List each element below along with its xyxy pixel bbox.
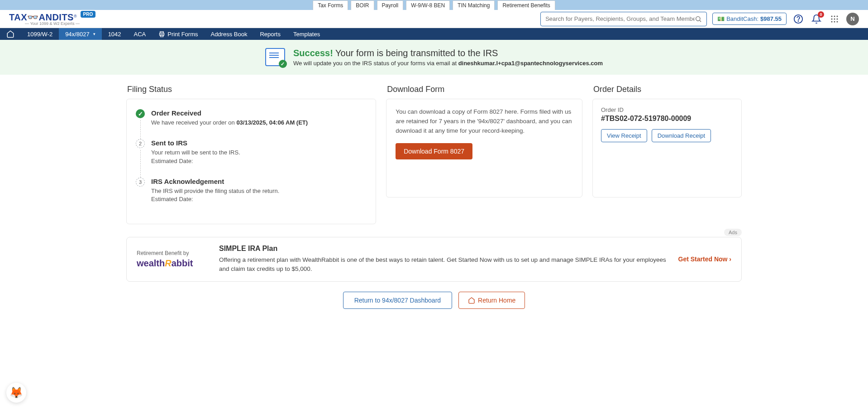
download-form-card: You can download a copy of Form 8027 her…: [386, 99, 582, 197]
step-3-text: The IRS will provide the filing status o…: [151, 187, 279, 196]
success-banner: Success! Your form is being transmitted …: [0, 40, 868, 75]
step-2-text: Your return will be sent to the IRS.: [151, 149, 240, 157]
download-form-8027-button[interactable]: Download Form 8027: [396, 143, 472, 159]
nav-aca[interactable]: ACA: [128, 28, 153, 40]
search-box[interactable]: [540, 12, 707, 26]
ads-badge: Ads: [724, 229, 742, 236]
nav-home-icon[interactable]: [0, 28, 21, 40]
top-tab-w9[interactable]: W-9/W-8 BEN: [406, 0, 450, 10]
ad-get-started-link[interactable]: Get Started Now: [678, 255, 731, 263]
logo-pro-badge: PRO: [81, 11, 96, 18]
svg-point-11: [834, 21, 835, 22]
nav-1042[interactable]: 1042: [102, 28, 128, 40]
notif-badge: 0: [818, 11, 824, 18]
svg-point-7: [831, 18, 833, 19]
svg-line-1: [700, 20, 701, 22]
view-receipt-button[interactable]: View Receipt: [601, 129, 647, 142]
top-tabs-strip: Tax Forms BOIR Payroll W-9/W-8 BEN TIN M…: [0, 0, 868, 10]
top-tab-tin[interactable]: TIN Matching: [453, 0, 495, 10]
svg-point-12: [837, 21, 838, 22]
step-1-text: We have received your order on 03/13/202…: [151, 119, 308, 127]
nav-address-book[interactable]: Address Book: [204, 28, 253, 40]
download-form-title: Download Form: [387, 85, 582, 94]
order-details-card: Order ID #TBS02-072-519780-00009 View Re…: [592, 99, 742, 197]
printer-icon: [158, 31, 165, 38]
step-check-icon: ✓: [136, 109, 145, 118]
svg-point-6: [837, 15, 838, 17]
return-home-button[interactable]: Return Home: [458, 292, 525, 309]
step-3-num: 3: [136, 178, 145, 187]
return-dashboard-button[interactable]: Return to 94x/8027 Dashboard: [343, 292, 452, 309]
order-details-title: Order Details: [593, 85, 742, 94]
ad-retirement-by: Retirement Benefit by: [137, 250, 209, 256]
success-sub: We will update you on the IRS status of …: [293, 60, 603, 67]
download-text: You can download a copy of Form 8027 her…: [396, 107, 573, 136]
step-3-title: IRS Acknowledgement: [151, 178, 279, 185]
nav-reports[interactable]: Reports: [253, 28, 287, 40]
logo-reg: ®: [74, 14, 77, 19]
search-input[interactable]: [545, 15, 695, 22]
logo-glasses-icon: 👓: [27, 12, 39, 22]
top-tab-retirement[interactable]: Retirement Benefits: [497, 0, 555, 10]
step-irs-ack: 3 IRS Acknowledgement The IRS will provi…: [136, 176, 367, 214]
order-id-value: #TBS02-072-519780-00009: [601, 115, 733, 123]
step-order-received: ✓ Order Received We have received your o…: [136, 107, 367, 137]
success-headline: Success! Your form is being transmitted …: [293, 48, 603, 58]
order-id-label: Order ID: [601, 106, 733, 113]
step-2-num: 2: [136, 139, 145, 148]
svg-point-3: [798, 21, 798, 21]
search-icon[interactable]: [695, 15, 702, 23]
nav-94x8027[interactable]: 94x/8027: [59, 28, 102, 40]
dollar-icon: 💵: [717, 15, 725, 22]
nav-print-label: Print Forms: [167, 31, 198, 38]
ad-banner: Retirement Benefit by wealthRabbit SIMPL…: [126, 237, 742, 282]
success-form-icon: [265, 48, 285, 66]
logo-text-1: TAX: [9, 12, 27, 22]
top-tab-payroll[interactable]: Payroll: [377, 0, 404, 10]
nav-print-forms[interactable]: Print Forms: [152, 28, 204, 40]
filing-status-title: Filing Status: [127, 85, 376, 94]
logo[interactable]: TAX👓ANDITS® PRO — Your 1099 & W2 Experts…: [9, 12, 95, 26]
step-3-extra: Estimated Date:: [151, 195, 279, 204]
top-tab-tax-forms[interactable]: Tax Forms: [313, 0, 348, 10]
return-home-label: Return Home: [478, 297, 515, 304]
svg-point-5: [834, 15, 835, 17]
bandit-cash-label: BanditCash:: [726, 15, 758, 22]
header: TAX👓ANDITS® PRO — Your 1099 & W2 Experts…: [0, 10, 868, 28]
nav-1099w2[interactable]: 1099/W-2: [21, 28, 59, 40]
notifications-icon[interactable]: 0: [810, 13, 823, 25]
step-2-extra: Estimated Date:: [151, 157, 240, 166]
bandit-cash-button[interactable]: 💵 BanditCash: $987.55: [712, 13, 787, 25]
svg-point-8: [834, 18, 835, 19]
apps-grid-icon[interactable]: [828, 13, 841, 25]
bandit-cash-amount: $987.55: [760, 15, 782, 22]
wealthrabbit-logo: wealthRabbit: [137, 258, 209, 269]
help-icon[interactable]: [792, 13, 805, 25]
ad-title: SIMPLE IRA Plan: [219, 245, 668, 253]
nav-templates[interactable]: Templates: [287, 28, 326, 40]
svg-point-10: [831, 21, 833, 22]
step-1-title: Order Received: [151, 109, 308, 117]
svg-point-4: [831, 15, 833, 17]
download-receipt-button[interactable]: Download Receipt: [652, 129, 711, 142]
step-sent-to-irs: 2 Sent to IRS Your return will be sent t…: [136, 137, 367, 176]
nav-bar: 1099/W-2 94x/8027 1042 ACA Print Forms A…: [0, 28, 868, 40]
top-tab-boir[interactable]: BOIR: [351, 0, 374, 10]
logo-text-2: ANDITS: [39, 12, 74, 22]
ad-text: Offering a retirement plan with WealthRa…: [219, 255, 668, 274]
home-icon: [468, 297, 475, 304]
filing-status-card: ✓ Order Received We have received your o…: [126, 99, 376, 224]
svg-point-0: [696, 16, 700, 20]
avatar[interactable]: N: [846, 13, 859, 25]
step-2-title: Sent to IRS: [151, 139, 240, 147]
svg-point-9: [837, 18, 838, 19]
